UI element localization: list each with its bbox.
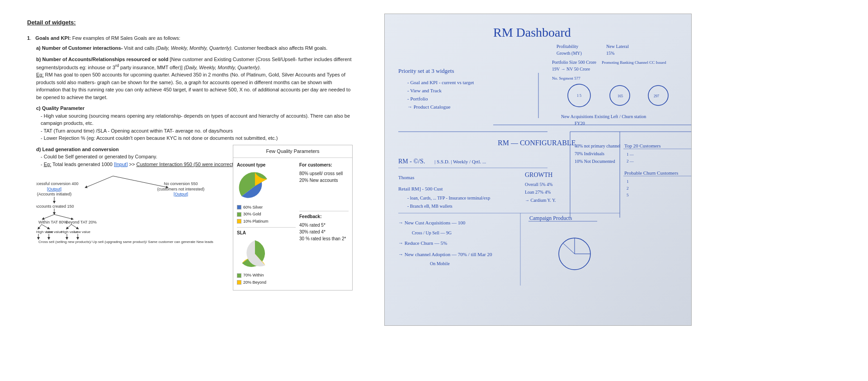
svg-text:No. Segment   577: No. Segment 577 <box>552 76 580 81</box>
svg-text:- Portfolio: - Portfolio <box>407 96 428 101</box>
legend-silver: 60% Silver <box>237 205 296 211</box>
svg-text:→ New channel Adoption   —  70: → New channel Adoption — 70% / till Mar … <box>398 252 492 257</box>
svg-text:70%   Individuals: 70% Individuals <box>575 151 604 156</box>
svg-text:Top 20 Customers: Top 20 Customers <box>624 143 661 148</box>
feedback-item-1: 40% rated 5* <box>299 222 349 229</box>
for-cust-item-2: 20% New accounts <box>299 177 349 184</box>
svg-line-1 <box>113 176 167 187</box>
svg-text:Portfolio Size   500 Crore: Portfolio Size 500 Crore <box>552 60 597 65</box>
bullet-c-1: High value sourcing (sourcing means open… <box>41 112 353 127</box>
svg-text:165: 165 <box>618 94 623 98</box>
svg-text:No conversion 550: No conversion 550 <box>164 181 198 186</box>
pie-chart-2 <box>237 238 273 270</box>
subsection-a: a) Number of Customer interactions- Visi… <box>36 44 353 52</box>
for-cust-item-1: 80% upsell/ cross sell <box>299 170 349 177</box>
svg-line-10 <box>43 214 54 219</box>
section-1: 1. Goals and KPI: Few examples of RM Sal… <box>27 34 353 246</box>
svg-text:Campaign Products: Campaign Products <box>529 215 572 221</box>
svg-text:Cross sell (selling new produc: Cross sell (selling new products)/ Up se… <box>38 240 213 244</box>
svg-text:RM   Dashboard: RM Dashboard <box>493 25 571 39</box>
svg-text:- Branch eB, MB wallets: - Branch eB, MB wallets <box>407 204 453 209</box>
feedback-item-3: 30 % rated less than 2* <box>299 235 349 242</box>
svg-text:Accounts created 150: Accounts created 150 <box>36 204 74 209</box>
svg-text:[Output]: [Output] <box>174 192 188 196</box>
svg-text:- Goal and KPI - current vs ta: - Goal and KPI - current vs target <box>407 80 474 85</box>
svg-text:- loan, Cards, ...   TFP - Ins: - loan, Cards, ... TFP - Insurance termi… <box>407 195 490 200</box>
svg-text:→ Reduce Churn   —   5%: → Reduce Churn — 5% <box>398 240 447 246</box>
subsection-c-label: c) Quality Parameter <box>36 105 353 112</box>
svg-text:[Output]: [Output] <box>47 187 61 191</box>
svg-text:10%   Not Documented: 10% Not Documented <box>575 159 615 164</box>
svg-text:RM  -  ©/S.: RM - ©/S. <box>398 158 425 165</box>
svg-text:Retail   RM] -  500 Cust: Retail RM] - 500 Cust <box>398 186 443 191</box>
bullet-c-3: Lower Rejection % (eg: Account couldn't … <box>41 134 353 142</box>
svg-text:2: 2 <box>627 186 629 190</box>
svg-text:Loan   27%   4%: Loan 27% 4% <box>525 190 551 195</box>
whiteboard-svg: RM Dashboard Priority set at 3 widgets -… <box>385 14 692 326</box>
svg-text:40%   not primary channel: 40% not primary channel <box>575 143 621 148</box>
svg-text:Within TAT 80%: Within TAT 80% <box>38 220 67 224</box>
svg-text:Overall   5%   4%: Overall 5% 4% <box>525 182 553 187</box>
subsection-c-list: High value sourcing (sourcing means open… <box>41 112 353 142</box>
svg-text:1 5: 1 5 <box>577 94 581 98</box>
svg-text:→ Product Catalogue: → Product Catalogue <box>407 104 450 110</box>
legend-gold: 30% Gold <box>237 211 296 218</box>
svg-text:Low value: Low value <box>46 230 63 234</box>
svg-text:Probable Churn Customers: Probable Churn Customers <box>624 170 678 176</box>
svg-line-19 <box>71 224 78 229</box>
feedback-label: Feedback: <box>299 213 349 220</box>
quality-left-col: Account type 60% Silver 30% Gold <box>237 162 296 287</box>
svg-text:2  —: 2 — <box>627 159 634 163</box>
svg-text:On Mobile: On Mobile <box>430 261 450 266</box>
feedback-item-2: 30% rated 4* <box>299 229 349 235</box>
svg-text:Beyond TAT 20%: Beyond TAT 20% <box>66 220 97 224</box>
svg-text:|  S.S.D.  |  Weekly / Qrtl. .: | S.S.D. | Weekly / Qrtl. ... <box>434 159 486 164</box>
account-type-label: Account type <box>237 162 296 168</box>
svg-text:New Lateral: New Lateral <box>606 44 629 49</box>
svg-text:15%: 15% <box>606 51 614 56</box>
svg-text:19V → NV 50 Crore: 19V → NV 50 Crore <box>552 67 590 71</box>
svg-text:Profitability: Profitability <box>557 44 578 49</box>
legend-platinum: 10% Platinum <box>237 219 296 225</box>
svg-text:GROWTH: GROWTH <box>525 171 552 178</box>
svg-text:→ Cardium   Y.   Y.: → Cardium Y. Y. <box>525 198 556 203</box>
subsection-b: b) Number of Accounts/Relationships reso… <box>36 56 353 101</box>
svg-text:- View and Track: - View and Track <box>407 88 442 93</box>
subsection-c: c) Quality Parameter High value sourcing… <box>36 105 353 142</box>
svg-text:Growth (MY): Growth (MY) <box>557 51 582 56</box>
svg-text:Low value: Low value <box>74 230 91 234</box>
bullet-c-2: TAT (Turn around time) /SLA - Opening ac… <box>41 127 353 135</box>
page-title: Detail of widgets: <box>27 18 353 27</box>
svg-text:Priority set at 3 widgets: Priority set at 3 widgets <box>398 67 454 74</box>
svg-text:(customers not interested): (customers not interested) <box>157 187 205 191</box>
svg-text:Promoting Banking Channel   CC: Promoting Banking Channel CC Issued <box>602 60 666 65</box>
page-container: Detail of widgets: 1. Goals and KPI: Few… <box>0 0 868 381</box>
pie-chart-1 <box>237 170 273 202</box>
quality-right-col: For customers: 80% upsell/ cross sell 20… <box>299 162 349 287</box>
svg-line-0 <box>86 176 113 187</box>
whiteboard-image: RM Dashboard Priority set at 3 widgets -… <box>384 14 692 326</box>
svg-text:→  New Cust Acquisitions  —  1: → New Cust Acquisitions — 100 <box>398 220 466 225</box>
svg-line-14 <box>38 224 42 229</box>
quality-params-content: Account type 60% Silver 30% Gold <box>233 158 352 291</box>
subsection-a-text: a) Number of Customer interactions- Visi… <box>36 44 353 52</box>
svg-text:297: 297 <box>654 94 659 98</box>
svg-text:RM  —  CONFIGURABLE: RM — CONFIGURABLE <box>498 139 576 147</box>
legend-beyond: 20% Beyond <box>237 280 296 286</box>
sla-label: SLA <box>237 229 296 236</box>
quality-params-title: Few Quality Parameters <box>233 145 352 158</box>
legend-within: 70% Within <box>237 272 296 279</box>
successful-conv-label: Successful conversion 400 <box>36 181 79 186</box>
svg-line-15 <box>42 224 49 229</box>
svg-text:5: 5 <box>627 193 629 197</box>
svg-text:(Accounts initiated): (Accounts initiated) <box>37 192 72 196</box>
flow-svg: Successful conversion 400 [Output] (Acco… <box>36 171 262 244</box>
goals-kpi-header: 1. Goals and KPI: Few examples of RM Sal… <box>27 34 353 42</box>
svg-line-11 <box>54 214 72 219</box>
left-panel: Detail of widgets: 1. Goals and KPI: Few… <box>0 9 371 372</box>
svg-line-18 <box>67 224 71 229</box>
svg-text:1  —: 1 — <box>627 152 634 157</box>
for-customers-label: For customers: <box>299 162 349 168</box>
svg-text:Cross / Up Sell    —   9G: Cross / Up Sell — 9G <box>412 230 452 235</box>
right-panel: RM Dashboard Priority set at 3 widgets -… <box>384 14 701 372</box>
